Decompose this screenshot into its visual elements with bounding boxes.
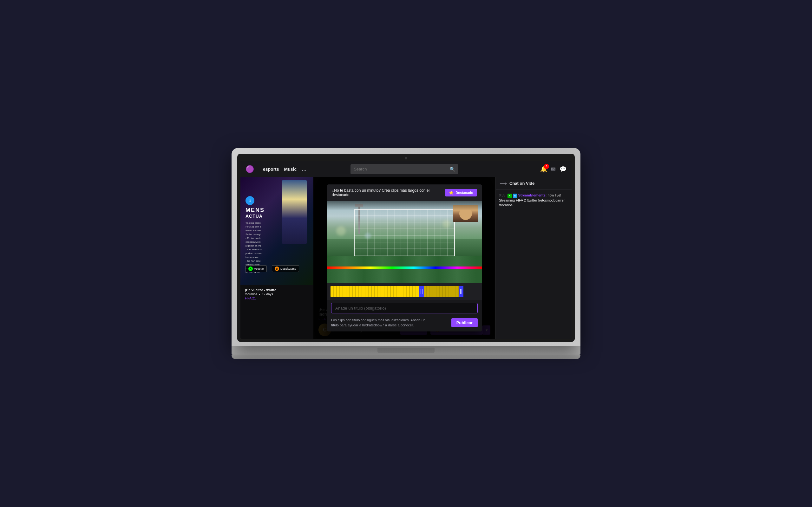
stream-controls: A Aceptar B Desplazarse (246, 265, 299, 272)
twitch-logo[interactable]: 🟣 (246, 165, 254, 173)
player-figure (282, 180, 307, 244)
timeline-yellow-left (331, 286, 419, 297)
clip-modal: ¿No te basta con un minuto? Crea clips m… (327, 184, 482, 331)
search-bar: 🔍 (351, 164, 458, 174)
stream-overlay-text: ℹ MENS ACTUA Ya está dispoFIFA 21 con eF… (246, 196, 264, 274)
destacado-icon: ⭐ (449, 190, 454, 195)
overlay-title: MENS (246, 207, 264, 214)
laptop-trackpad (377, 348, 435, 353)
laptop-screen: 🟣 esports Music ... 🔍 🔔 (241, 161, 571, 339)
main-area: ℹ MENS ACTUA Ya está dispoFIFA 21 con eF… (241, 177, 571, 339)
chat-messages: 0:35 ✓ S StreamElements: now live! Strea… (496, 190, 571, 339)
clip-title-input[interactable] (331, 303, 478, 314)
timeline-bar (331, 286, 478, 297)
overlay-icon: ℹ (246, 196, 254, 205)
video-dark-overlay (327, 201, 482, 210)
right-chat-panel: ⟶ Chat on Vide 0:35 ✓ S StreamElements: … (496, 177, 571, 339)
destacado-button[interactable]: ⭐ Destacado (445, 189, 477, 196)
sidebar-stream-info: ¡He vuelto! - !twitte !horarios • 12 day… (241, 285, 313, 303)
center-content: ¿No te basta con un minuto? Crea clips m… (313, 177, 496, 339)
laptop-body: 🟣 esports Music ... 🔍 🔔 (232, 148, 580, 346)
publish-button[interactable]: Publicar (451, 318, 478, 327)
stream-preview-bg: ℹ MENS ACTUA Ya está dispoFIFA 21 con eF… (241, 177, 313, 285)
sidebar-stream-title: ¡He vuelto! - !twitte (245, 288, 309, 292)
sidebar-stream-game: FIFA 21 (245, 297, 309, 300)
accept-control-btn[interactable]: A Aceptar (246, 265, 267, 272)
top-nav: 🟣 esports Music ... 🔍 🔔 (241, 161, 571, 177)
clip-timeline (327, 283, 482, 300)
chat-message: 0:35 ✓ S StreamElements: now live! Strea… (499, 193, 568, 208)
left-sidebar: ℹ MENS ACTUA Ya está dispoFIFA 21 con eF… (241, 177, 313, 339)
clip-modal-overlay: ¿No te basta con un minuto? Crea clips m… (313, 177, 496, 339)
laptop-shell: 🟣 esports Music ... 🔍 🔔 (232, 148, 580, 359)
video-background (327, 201, 482, 283)
chat-username: StreamElements: (518, 193, 547, 197)
search-icon: 🔍 (450, 167, 455, 172)
whispers-button[interactable]: 💬 (560, 166, 566, 173)
clip-publish-hint: Los clips con título consiguen más visua… (331, 318, 426, 328)
overlay-subtitle: ACTUA (246, 214, 264, 219)
sidebar-stream-subtitle: !horarios • 12 days (245, 292, 309, 296)
notifications-button[interactable]: 🔔 8 (540, 166, 547, 173)
twitch-app: 🟣 esports Music ... 🔍 🔔 (241, 161, 571, 339)
rainbow-bar (327, 267, 482, 269)
laptop-screen-bezel: 🟣 esports Music ... 🔍 🔔 (237, 154, 575, 342)
player-silhouette (282, 180, 307, 244)
inbox-button[interactable]: ✉ (551, 166, 556, 173)
accept-circle-icon: A (248, 267, 253, 271)
nav-more-button[interactable]: ... (302, 166, 306, 172)
chat-expand-button[interactable]: ⟶ (500, 180, 507, 186)
chat-message-time: 0:35 (499, 193, 505, 197)
overlay-icon-label: ℹ (249, 199, 251, 203)
nav-actions: 🔔 8 ✉ 💬 (540, 166, 566, 173)
laptop-base (232, 346, 580, 354)
destacado-label: Destacado (455, 191, 473, 194)
move-label: Desplazarse (281, 267, 296, 270)
clip-title-section (327, 300, 482, 315)
chat-title: Chat on Vide (509, 181, 535, 186)
timeline-handle-right[interactable] (459, 286, 463, 297)
nav-link-music[interactable]: Music (284, 167, 297, 172)
stream-preview: ℹ MENS ACTUA Ya está dispoFIFA 21 con eF… (241, 177, 313, 339)
laptop-bottom (232, 354, 580, 359)
stream-elements-badge-blue: S (513, 193, 517, 198)
clip-modal-header: ¿No te basta con un minuto? Crea clips m… (327, 184, 482, 201)
move-control-btn[interactable]: B Desplazarse (272, 265, 299, 272)
timeline-selected (424, 286, 459, 297)
nav-link-esports[interactable]: esports (263, 167, 279, 172)
clip-publish-row: Los clips con título consiguen más visua… (327, 315, 482, 331)
stream-elements-badge-green: ✓ (507, 193, 512, 198)
accept-label: Aceptar (254, 267, 264, 270)
timeline-handle-left[interactable] (419, 286, 424, 297)
chat-header: ⟶ Chat on Vide (496, 177, 571, 190)
move-circle-icon: B (275, 267, 279, 271)
clip-header-text: ¿No te basta con un minuto? Crea clips m… (332, 188, 445, 197)
laptop-camera (405, 157, 407, 159)
search-input[interactable] (354, 167, 450, 171)
nav-links: esports Music ... (263, 166, 306, 172)
clip-video-area (327, 201, 482, 283)
notification-badge: 8 (544, 164, 549, 169)
